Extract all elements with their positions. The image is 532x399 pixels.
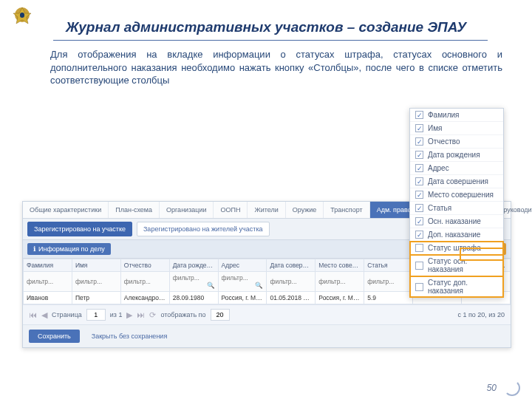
columns-menu-label: Статус доп. наказания	[428, 279, 498, 295]
cell: Петр	[72, 292, 120, 304]
columns-menu: ✓Фамилия✓Имя✓Отчество✓Дата рождения✓Адре…	[409, 108, 504, 298]
search-icon[interactable]: 🔍	[255, 282, 263, 289]
pager-page-label: Страница	[52, 311, 82, 318]
filter-input[interactable]	[270, 278, 312, 285]
tab-5[interactable]: Оружие	[286, 202, 324, 218]
filter-input[interactable]	[367, 278, 409, 285]
checkbox-icon: ✓	[415, 137, 423, 146]
col-header[interactable]: Дата рождения	[169, 259, 218, 272]
columns-menu-label: Статус штрафа	[428, 244, 481, 252]
columns-menu-label: Осн. наказание	[428, 217, 481, 225]
columns-menu-item[interactable]: ✓Доп. наказание	[410, 228, 503, 242]
columns-menu-item[interactable]: ✓Отчество	[410, 135, 503, 149]
title-underline	[53, 40, 488, 41]
columns-menu-label: Отчество	[428, 137, 460, 146]
filter-input[interactable]	[124, 278, 166, 285]
columns-menu-item[interactable]: ✓Фамилия	[410, 109, 503, 122]
search-icon[interactable]: 🔍	[207, 282, 215, 289]
col-header[interactable]: Адрес	[218, 259, 267, 272]
checkbox-icon: ✓	[415, 217, 423, 225]
checkbox-icon	[415, 244, 423, 252]
columns-menu-item[interactable]: ✓Имя	[410, 122, 503, 135]
columns-menu-label: Место совершения	[428, 191, 494, 199]
tab-6[interactable]: Транспорт	[324, 202, 369, 218]
checkbox-icon: ✓	[415, 204, 423, 212]
tab-2[interactable]: Организации	[160, 202, 214, 218]
pager-refresh-icon[interactable]: ⟳	[149, 310, 156, 320]
columns-menu-label: Дата совершения	[428, 177, 488, 185]
filter-input[interactable]	[318, 278, 361, 285]
filter-input[interactable]	[173, 274, 215, 282]
cell: Россия, г. Мос...	[218, 292, 267, 304]
filter-input[interactable]	[222, 274, 264, 282]
cell: 5.9	[364, 292, 413, 304]
slide-number: 50	[487, 383, 497, 393]
columns-menu-item[interactable]: Статус доп. наказания	[410, 276, 503, 297]
pager: ⏮ ◀ Страница из 1 ▶ ⏭ ⟳ отображать по с …	[23, 304, 511, 324]
description-text: Для отображения на вкладке информации о …	[50, 48, 502, 87]
action-bar: Сохранить Закрыть без сохранения	[23, 324, 511, 347]
subtab-0[interactable]: Зарегистрировано на участке	[27, 222, 132, 236]
columns-menu-item[interactable]: Статус штрафа	[410, 242, 503, 255]
columns-menu-item[interactable]: ✓Статья	[410, 202, 503, 215]
pager-next-icon[interactable]: ▶	[126, 310, 132, 320]
checkbox-icon	[415, 283, 423, 291]
subtab-1[interactable]: Зарегистрировано на жителей участка	[137, 222, 270, 236]
checkbox-icon: ✓	[415, 231, 423, 239]
pager-info: с 1 по 20, из 20	[457, 311, 505, 318]
tab-3[interactable]: ООПН	[214, 202, 248, 218]
columns-menu-item[interactable]: ✓Адрес	[410, 162, 503, 175]
columns-menu-label: Доп. наказание	[428, 231, 480, 239]
pager-first-icon[interactable]: ⏮	[29, 310, 37, 319]
info-button[interactable]: ℹ Информация по делу	[27, 243, 111, 255]
filter-input[interactable]	[27, 278, 69, 285]
pager-prev-icon[interactable]: ◀	[41, 310, 47, 320]
col-header[interactable]: Имя	[72, 259, 120, 272]
checkbox-icon: ✓	[415, 151, 423, 159]
columns-menu-item[interactable]: ✓Дата совершения	[410, 175, 503, 188]
checkbox-icon: ✓	[415, 191, 423, 199]
columns-menu-item[interactable]: ✓Место совершения	[410, 188, 503, 202]
col-header[interactable]: Место соверш...	[316, 259, 364, 272]
cell: Россия, г. Мос...	[316, 292, 364, 304]
col-header[interactable]: Фамилия	[24, 259, 72, 272]
columns-menu-label: Имя	[428, 124, 442, 132]
info-icon: ℹ	[33, 245, 35, 253]
info-button-label: Информация по делу	[38, 245, 105, 253]
checkbox-icon: ✓	[415, 164, 423, 172]
col-header[interactable]: Дата соверше...	[267, 259, 316, 272]
cancel-button[interactable]: Закрыть без сохранения	[86, 330, 174, 343]
pager-of-label: из 1	[110, 311, 123, 318]
checkbox-icon	[415, 262, 423, 270]
cell: 01.05.2018 12:...	[267, 292, 316, 304]
pager-page-input[interactable]	[86, 309, 106, 321]
tab-0[interactable]: Общие характеристики	[23, 202, 109, 218]
columns-menu-item[interactable]: ✓Дата рождения	[410, 149, 503, 162]
columns-menu-label: Статья	[428, 204, 451, 212]
save-button[interactable]: Сохранить	[29, 330, 80, 343]
footer-decor-icon	[504, 380, 520, 396]
cell: Иванов	[24, 292, 72, 304]
columns-menu-item[interactable]: ✓Осн. наказание	[410, 215, 503, 228]
columns-menu-label: Адрес	[428, 164, 449, 172]
svg-rect-1	[20, 13, 24, 18]
cell: 28.09.1980	[169, 292, 218, 304]
filter-input[interactable]	[75, 278, 117, 285]
tab-4[interactable]: Жители	[248, 202, 285, 218]
columns-menu-label: Дата рождения	[428, 151, 480, 159]
checkbox-icon: ✓	[415, 177, 423, 185]
pager-perpage-input[interactable]	[211, 309, 230, 321]
col-header[interactable]: Отчество	[120, 259, 169, 272]
pager-last-icon[interactable]: ⏭	[137, 310, 145, 319]
page-title: Журнал административных участков – созда…	[0, 19, 532, 35]
cell: Александрович	[120, 292, 169, 304]
checkbox-icon: ✓	[415, 124, 423, 132]
tab-1[interactable]: План-схема	[109, 202, 160, 218]
columns-menu-item[interactable]: Статус осн. наказания	[410, 255, 503, 276]
pager-perpage-label: отображать по	[160, 311, 205, 318]
columns-menu-label: Фамилия	[428, 111, 459, 119]
checkbox-icon: ✓	[415, 111, 423, 119]
col-header[interactable]: Статья	[364, 259, 413, 272]
ru-emblem-icon	[10, 4, 34, 28]
columns-menu-label: Статус осн. наказания	[428, 257, 498, 273]
